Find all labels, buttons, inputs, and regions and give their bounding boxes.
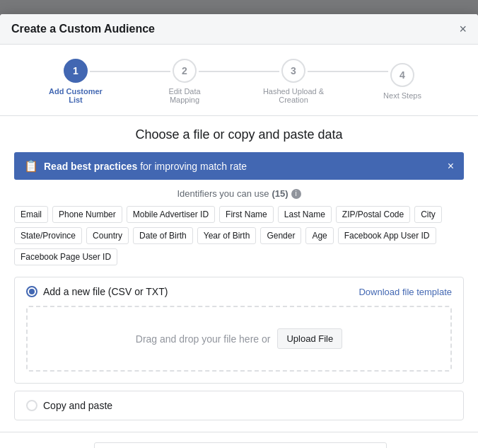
banner-bold-text: Read best practices: [44, 161, 137, 172]
banner-content: Read best practices for improving match …: [44, 161, 247, 172]
copy-paste-label: Copy and paste: [43, 400, 112, 411]
tag-yob: Year of Birth: [197, 227, 257, 244]
audience-name-input[interactable]: [94, 442, 387, 448]
upload-file-button[interactable]: Upload File: [277, 328, 342, 349]
section-title: Choose a file or copy and paste data: [14, 127, 464, 142]
tag-zip: ZIP/Postal Code: [336, 206, 410, 223]
step-3-label: Hashed Upload & Creation: [262, 87, 325, 104]
best-practices-banner: 📋 Read best practices for improving matc…: [14, 152, 464, 180]
step-2-label: Edit Data Mapping: [153, 87, 216, 104]
tag-fb-app-user-id: Facebook App User ID: [338, 227, 436, 244]
banner-suffix: for improving match rate: [140, 161, 247, 172]
upload-radio-label: Add a new file (CSV or TXT): [43, 286, 168, 297]
audience-name-row: Audience name Show description: [0, 432, 478, 448]
identifiers-count: (15): [272, 188, 288, 199]
step-2-circle: 2: [173, 59, 197, 83]
tag-fb-page-user-id: Facebook Page User ID: [14, 248, 117, 265]
step-1: 1 Add Customer List: [21, 59, 130, 104]
upload-header: Add a new file (CSV or TXT) Download fil…: [15, 277, 463, 306]
step-3-circle: 3: [281, 59, 305, 83]
tag-city: City: [414, 206, 442, 223]
upload-radio-group[interactable]: Add a new file (CSV or TXT): [26, 286, 168, 297]
main-content: Choose a file or copy and paste data 📋 R…: [0, 116, 478, 432]
banner-text: 📋 Read best practices for improving matc…: [24, 159, 247, 173]
tag-dob: Date of Birth: [133, 227, 193, 244]
step-4: 4 Next Steps: [348, 63, 457, 100]
close-button[interactable]: ×: [459, 23, 467, 35]
identifiers-label: Identifiers you can use: [177, 188, 269, 199]
file-dropzone[interactable]: Drag and drop your file here or Upload F…: [26, 306, 452, 372]
step-4-circle: 4: [390, 63, 414, 87]
tags-container: Email Phone Number Mobile Advertiser ID …: [14, 206, 464, 265]
identifiers-line: Identifiers you can use (15) i: [14, 188, 464, 199]
step-2: 2 Edit Data Mapping: [130, 59, 239, 104]
tag-last-name: Last Name: [278, 206, 332, 223]
step-4-label: Next Steps: [383, 91, 421, 100]
tag-gender: Gender: [260, 227, 301, 244]
dropzone-text: Drag and drop your file here or: [136, 333, 271, 345]
tag-country: Country: [86, 227, 129, 244]
banner-close-button[interactable]: ×: [448, 161, 454, 172]
banner-icon: 📋: [24, 159, 38, 173]
upload-radio-button[interactable]: [26, 286, 37, 297]
step-3: 3 Hashed Upload & Creation: [239, 59, 348, 104]
copy-paste-header[interactable]: Copy and paste: [15, 391, 463, 420]
upload-section: Add a new file (CSV or TXT) Download fil…: [14, 277, 464, 384]
tag-state: State/Province: [14, 227, 82, 244]
info-icon[interactable]: i: [291, 189, 301, 199]
copy-paste-section: Copy and paste: [14, 391, 464, 420]
stepper: 1 Add Customer List 2 Edit Data Mapping …: [0, 45, 478, 116]
tag-phone: Phone Number: [52, 206, 122, 223]
copy-radio-button[interactable]: [26, 400, 37, 411]
step-1-circle: 1: [64, 59, 88, 83]
tag-email: Email: [14, 206, 48, 223]
tag-first-name: First Name: [219, 206, 274, 223]
step-1-label: Add Customer List: [44, 87, 107, 104]
modal-title: Create a Custom Audience: [11, 23, 155, 35]
download-template-link[interactable]: Download file template: [358, 287, 452, 297]
modal-header: Create a Custom Audience ×: [0, 14, 478, 45]
create-custom-audience-modal: Create a Custom Audience × 1 Add Custome…: [0, 14, 478, 448]
tag-age: Age: [305, 227, 333, 244]
tag-mobile-advertiser: Mobile Advertiser ID: [127, 206, 215, 223]
